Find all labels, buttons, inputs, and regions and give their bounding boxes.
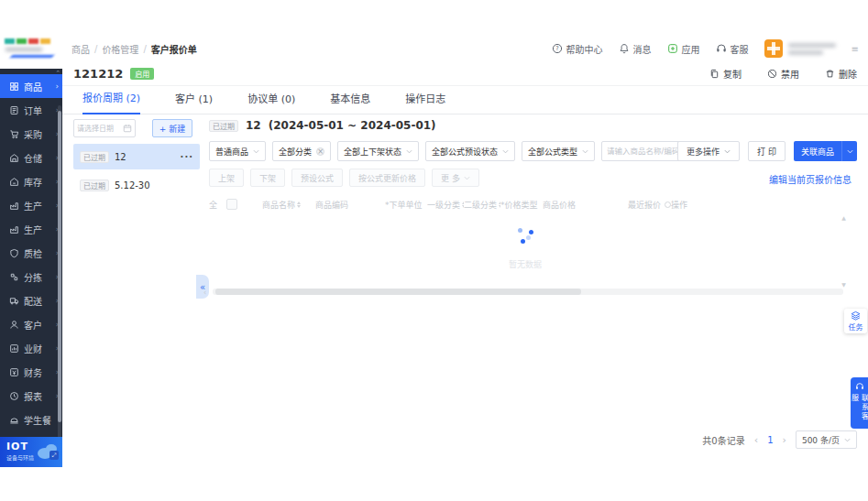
chevron-down-icon [464,176,470,180]
link-products-button[interactable]: 关联商品 [794,141,857,161]
sidebar-item-finance[interactable]: 财务› [0,360,62,384]
iot-banner[interactable]: IOT 设备与环境 ⤢ [0,437,62,467]
production-icon [9,201,19,211]
breadcrumb-price-management[interactable]: 价格管理 [102,42,138,56]
prev-page-button[interactable]: ‹ [754,434,758,446]
apps-button[interactable]: 应用 [667,42,700,56]
sidebar-item-production[interactable]: 生产› [0,193,62,217]
app-window: 商品 / 价格管理 / 客户报价单 ? 帮助中心 消息 应用 客服 [0,35,868,467]
formula-type-select[interactable]: 全部公式类型 [522,141,595,161]
clear-icon[interactable]: × [316,147,324,156]
avatar [764,39,783,58]
tab-quote-period[interactable]: 报价周期 (2) [82,90,140,114]
more-button[interactable]: 更 多 [432,169,479,187]
sidebar-item-business-finance[interactable]: 业财› [0,336,62,360]
print-button[interactable]: 打 印 [748,141,786,161]
sidebar-item-orders[interactable]: 订单› [0,98,62,122]
chevron-down-icon [724,149,731,154]
apps-icon [667,43,678,54]
sidebar-item-student-meals[interactable]: 学生餐 [0,408,62,431]
tab-customer[interactable]: 客户 (1) [175,91,213,114]
tab-operation-log[interactable]: 操作日志 [405,91,445,114]
breadcrumb-goods[interactable]: 商品 [71,42,90,56]
table-horizontal-scrollbar[interactable] [213,289,843,295]
sidebar-item-purchase[interactable]: 采购› [0,122,62,146]
delete-button[interactable]: 删除 [825,67,857,81]
user-account[interactable] [764,39,836,58]
sidebar-item-customers[interactable]: 客户› [0,312,62,336]
preset-formula-button[interactable]: 预设公式 [291,169,343,187]
tab-agreement[interactable]: 协议单 (0) [247,91,295,114]
sidebar-item-inventory[interactable]: 库存› [0,169,62,193]
clock-icon [9,391,19,401]
scroll-left-icon[interactable]: ‹ [203,289,206,297]
select-all-cell: 全 [209,199,262,211]
breadcrumb-separator: / [143,44,146,54]
column-product-name[interactable]: 商品名称 [262,199,315,211]
bar-chart-icon [9,343,19,354]
coin-icon [9,367,19,377]
period-date-picker[interactable] [73,119,136,137]
disable-button[interactable]: 禁用 [767,67,799,81]
column-product-price: 商品价格 [543,199,585,211]
inventory-icon [9,177,19,187]
scrollbar-thumb[interactable] [215,289,581,295]
category-select[interactable]: 全部分类 × [272,141,331,161]
contact-service-float-button[interactable]: 联系客服 [851,377,868,429]
period-list-item[interactable]: 已过期 5.12-30 [73,175,200,195]
sidebar-vertical-scrollbar[interactable] [58,105,61,463]
date-input[interactable] [77,125,121,133]
page-size-select[interactable]: 500 条/页 [796,430,857,449]
bell-icon [619,43,630,54]
period-list-item[interactable]: 已过期 12 ··· [73,144,200,169]
title-bar: 121212 启用 复制 禁用 删除 [62,62,868,86]
info-icon[interactable] [665,201,671,208]
collapse-panel-handle[interactable]: « [196,275,209,299]
page-number[interactable]: 1 [767,435,773,445]
batch-toolbar: 上架 下架 预设公式 按公式更新价格 更 多 [209,169,479,187]
update-price-by-formula-button[interactable]: 按公式更新价格 [349,169,425,187]
help-center-button[interactable]: ? 帮助中心 [552,42,603,56]
filter-bar: 普通商品 全部分类 × 全部上下架状态 全部公式预设状态 全部公式类型 搜 索 [209,141,736,161]
sidebar-nav: ⌃ 商品› 订单› 采购› 仓储› 库存› 生产› 生产› [0,69,62,437]
chevron-down-icon[interactable] [842,141,857,161]
next-page-button[interactable]: › [783,434,786,446]
item-menu-icon[interactable]: ··· [181,152,193,162]
sidebar-item-sorting[interactable]: 分拣› [0,265,62,289]
sidebar-item-goods[interactable]: 商品› [0,74,62,98]
table-empty-state: 暂无数据 [209,225,841,270]
chevron-down-icon [502,149,509,154]
more-menu-icon[interactable]: ≡ [852,44,859,54]
product-type-select[interactable]: 普通商品 [209,141,266,161]
sidebar-item-delivery[interactable]: 配送› [0,289,62,312]
table-vertical-scrollbar[interactable]: ▲ ▼ [841,214,846,288]
product-search-input[interactable] [601,141,689,161]
cloche-icon [9,415,19,425]
copy-button[interactable]: 复制 [709,67,742,81]
app-logo[interactable] [0,35,62,69]
scroll-up-icon[interactable]: ▲ [841,214,846,221]
select-all-checkbox[interactable] [226,199,237,210]
off-shelf-button[interactable]: 下架 [250,169,285,187]
edit-current-page-quotes-link[interactable]: 编辑当前页报价信息 [769,172,852,186]
sidebar-item-quality[interactable]: 质检› [0,241,62,265]
sidebar-item-reports[interactable]: 报表› [0,384,62,408]
sidebar-item-warehouse[interactable]: 仓储› [0,146,62,169]
layers-icon [851,310,861,321]
sidebar-item-production-2[interactable]: 生产› [0,217,62,241]
new-period-button[interactable]: + 新建 [152,119,192,137]
formula-preset-status-select[interactable]: 全部公式预设状态 [425,141,515,161]
sort-icon[interactable] [297,201,301,208]
column-category-l1[interactable]: 一级分类 [427,199,464,211]
purchase-icon [9,129,19,139]
scroll-down-icon[interactable]: ▼ [841,281,846,288]
more-actions-button[interactable]: 更多操作 [677,141,740,161]
column-category-l2[interactable]: 二级分类 [464,199,500,211]
messages-button[interactable]: 消息 [619,42,652,56]
shelf-status-select[interactable]: 全部上下架状态 [337,141,419,161]
customer-service-button[interactable]: 客服 [716,42,749,56]
tab-basic-info[interactable]: 基本信息 [330,91,370,114]
on-shelf-button[interactable]: 上架 [209,169,244,187]
task-float-button[interactable]: 任务 [844,309,867,333]
total-records: 共0条记录 [702,433,744,447]
